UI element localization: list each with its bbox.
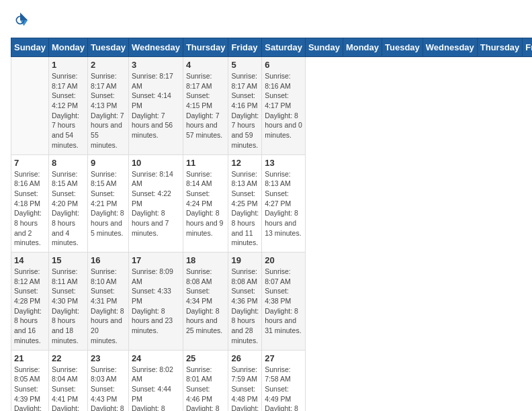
header-thursday: Thursday bbox=[183, 38, 228, 57]
day-info: Sunrise: 8:17 AMSunset: 4:12 PMDaylight:… bbox=[52, 71, 85, 150]
day-info: Sunrise: 8:08 AMSunset: 4:34 PMDaylight:… bbox=[186, 267, 226, 336]
day-number: 12 bbox=[231, 158, 259, 168]
day-info: Sunrise: 8:03 AMSunset: 4:43 PMDaylight:… bbox=[91, 365, 126, 412]
header-sunday: Sunday bbox=[11, 38, 49, 57]
day-info: Sunrise: 8:08 AMSunset: 4:36 PMDaylight:… bbox=[231, 267, 259, 346]
header bbox=[11, 11, 521, 30]
day-number: 19 bbox=[231, 255, 259, 265]
day-number: 6 bbox=[265, 60, 302, 70]
day-info: Sunrise: 8:04 AMSunset: 4:41 PMDaylight:… bbox=[52, 365, 85, 412]
calendar-week-1: 1Sunrise: 8:17 AMSunset: 4:12 PMDaylight… bbox=[11, 57, 533, 155]
calendar-cell: 24Sunrise: 8:02 AMSunset: 4:44 PMDayligh… bbox=[128, 350, 183, 411]
calendar-cell: 21Sunrise: 8:05 AMSunset: 4:39 PMDayligh… bbox=[11, 350, 49, 411]
day-info: Sunrise: 8:10 AMSunset: 4:31 PMDaylight:… bbox=[91, 267, 126, 346]
calendar-cell: 8Sunrise: 8:15 AMSunset: 4:20 PMDaylight… bbox=[48, 154, 87, 253]
calendar-header-row: SundayMondayTuesdayWednesdayThursdayFrid… bbox=[11, 38, 533, 57]
header-wednesday: Wednesday bbox=[128, 38, 183, 57]
calendar-cell: 15Sunrise: 8:11 AMSunset: 4:30 PMDayligh… bbox=[48, 253, 87, 351]
day-number: 24 bbox=[132, 353, 180, 363]
day-number: 3 bbox=[132, 60, 180, 70]
day-number: 20 bbox=[265, 255, 302, 265]
calendar-cell: 11Sunrise: 8:14 AMSunset: 4:24 PMDayligh… bbox=[183, 154, 228, 253]
header-day-tuesday: Tuesday bbox=[382, 38, 423, 57]
day-number: 15 bbox=[52, 255, 85, 265]
calendar-cell: 26Sunrise: 7:59 AMSunset: 4:48 PMDayligh… bbox=[228, 350, 262, 411]
calendar-week-3: 14Sunrise: 8:12 AMSunset: 4:28 PMDayligh… bbox=[11, 253, 533, 351]
calendar-cell: 19Sunrise: 8:08 AMSunset: 4:36 PMDayligh… bbox=[228, 253, 262, 351]
day-number: 13 bbox=[265, 158, 302, 168]
day-info: Sunrise: 8:15 AMSunset: 4:20 PMDaylight:… bbox=[52, 169, 85, 248]
calendar-cell: 23Sunrise: 8:03 AMSunset: 4:43 PMDayligh… bbox=[88, 350, 129, 411]
calendar-cell: 7Sunrise: 8:16 AMSunset: 4:18 PMDaylight… bbox=[11, 154, 49, 253]
day-info: Sunrise: 8:05 AMSunset: 4:39 PMDaylight:… bbox=[14, 365, 46, 412]
day-info: Sunrise: 8:11 AMSunset: 4:30 PMDaylight:… bbox=[52, 267, 85, 346]
day-info: Sunrise: 8:13 AMSunset: 4:25 PMDaylight:… bbox=[231, 169, 259, 248]
calendar-cell: 22Sunrise: 8:04 AMSunset: 4:41 PMDayligh… bbox=[48, 350, 87, 411]
header-day-sunday: Sunday bbox=[305, 38, 343, 57]
calendar-cell bbox=[11, 57, 49, 155]
calendar-cell: 27Sunrise: 7:58 AMSunset: 4:49 PMDayligh… bbox=[262, 350, 306, 411]
day-info: Sunrise: 8:16 AMSunset: 4:18 PMDaylight:… bbox=[14, 169, 46, 248]
day-info: Sunrise: 8:15 AMSunset: 4:21 PMDaylight:… bbox=[91, 169, 126, 238]
day-number: 14 bbox=[14, 255, 46, 265]
day-number: 22 bbox=[52, 353, 85, 363]
calendar-cell: 17Sunrise: 8:09 AMSunset: 4:33 PMDayligh… bbox=[128, 253, 183, 351]
day-info: Sunrise: 8:16 AMSunset: 4:17 PMDaylight:… bbox=[265, 71, 302, 140]
calendar-cell: 6Sunrise: 8:16 AMSunset: 4:17 PMDaylight… bbox=[262, 57, 306, 155]
day-number: 9 bbox=[91, 158, 126, 168]
day-number: 23 bbox=[91, 353, 126, 363]
day-number: 11 bbox=[186, 158, 226, 168]
calendar-week-2: 7Sunrise: 8:16 AMSunset: 4:18 PMDaylight… bbox=[11, 154, 533, 253]
header-saturday: Saturday bbox=[262, 38, 306, 57]
logo-icon bbox=[11, 11, 30, 30]
header-day-monday: Monday bbox=[343, 38, 382, 57]
calendar-cell: 13Sunrise: 8:13 AMSunset: 4:27 PMDayligh… bbox=[262, 154, 306, 253]
day-number: 5 bbox=[231, 60, 259, 70]
calendar-cell: 12Sunrise: 8:13 AMSunset: 4:25 PMDayligh… bbox=[228, 154, 262, 253]
day-number: 21 bbox=[14, 353, 46, 363]
day-info: Sunrise: 8:17 AMSunset: 4:16 PMDaylight:… bbox=[231, 71, 259, 150]
header-friday: Friday bbox=[228, 38, 262, 57]
day-number: 4 bbox=[186, 60, 226, 70]
day-number: 8 bbox=[52, 158, 85, 168]
day-number: 18 bbox=[186, 255, 226, 265]
header-monday: Monday bbox=[48, 38, 87, 57]
day-number: 25 bbox=[186, 353, 226, 363]
day-number: 17 bbox=[132, 255, 180, 265]
day-info: Sunrise: 8:02 AMSunset: 4:44 PMDaylight:… bbox=[132, 365, 180, 412]
header-tuesday: Tuesday bbox=[88, 38, 129, 57]
day-info: Sunrise: 8:14 AMSunset: 4:22 PMDaylight:… bbox=[132, 169, 180, 238]
day-info: Sunrise: 8:17 AMSunset: 4:14 PMDaylight:… bbox=[132, 71, 180, 140]
calendar-cell: 1Sunrise: 8:17 AMSunset: 4:12 PMDaylight… bbox=[48, 57, 87, 155]
day-number: 7 bbox=[14, 158, 46, 168]
day-number: 26 bbox=[231, 353, 259, 363]
day-info: Sunrise: 8:12 AMSunset: 4:28 PMDaylight:… bbox=[14, 267, 46, 346]
day-number: 16 bbox=[91, 255, 126, 265]
calendar-cell: 2Sunrise: 8:17 AMSunset: 4:13 PMDaylight… bbox=[88, 57, 129, 155]
day-info: Sunrise: 8:07 AMSunset: 4:38 PMDaylight:… bbox=[265, 267, 302, 336]
logo bbox=[11, 11, 32, 30]
header-day-wednesday: Wednesday bbox=[423, 38, 477, 57]
calendar-cell: 10Sunrise: 8:14 AMSunset: 4:22 PMDayligh… bbox=[128, 154, 183, 253]
day-info: Sunrise: 8:13 AMSunset: 4:27 PMDaylight:… bbox=[265, 169, 302, 238]
day-number: 2 bbox=[91, 60, 126, 70]
calendar-cell: 16Sunrise: 8:10 AMSunset: 4:31 PMDayligh… bbox=[88, 253, 129, 351]
day-info: Sunrise: 8:01 AMSunset: 4:46 PMDaylight:… bbox=[186, 365, 226, 412]
header-day-thursday: Thursday bbox=[477, 38, 523, 57]
day-info: Sunrise: 8:14 AMSunset: 4:24 PMDaylight:… bbox=[186, 169, 226, 238]
day-info: Sunrise: 8:17 AMSunset: 4:15 PMDaylight:… bbox=[186, 71, 226, 140]
header-day-friday: Friday bbox=[523, 38, 532, 57]
day-info: Sunrise: 8:09 AMSunset: 4:33 PMDaylight:… bbox=[132, 267, 180, 336]
day-number: 1 bbox=[52, 60, 85, 70]
calendar-cell: 18Sunrise: 8:08 AMSunset: 4:34 PMDayligh… bbox=[183, 253, 228, 351]
calendar-table: SundayMondayTuesdayWednesdayThursdayFrid… bbox=[11, 38, 532, 411]
calendar-cell: 14Sunrise: 8:12 AMSunset: 4:28 PMDayligh… bbox=[11, 253, 49, 351]
day-info: Sunrise: 7:59 AMSunset: 4:48 PMDaylight:… bbox=[231, 365, 259, 412]
day-number: 27 bbox=[265, 353, 302, 363]
day-info: Sunrise: 7:58 AMSunset: 4:49 PMDaylight:… bbox=[265, 365, 302, 412]
day-number: 10 bbox=[132, 158, 180, 168]
calendar-cell: 5Sunrise: 8:17 AMSunset: 4:16 PMDaylight… bbox=[228, 57, 262, 155]
calendar-week-4: 21Sunrise: 8:05 AMSunset: 4:39 PMDayligh… bbox=[11, 350, 533, 411]
calendar-cell: 3Sunrise: 8:17 AMSunset: 4:14 PMDaylight… bbox=[128, 57, 183, 155]
calendar-cell: 4Sunrise: 8:17 AMSunset: 4:15 PMDaylight… bbox=[183, 57, 228, 155]
